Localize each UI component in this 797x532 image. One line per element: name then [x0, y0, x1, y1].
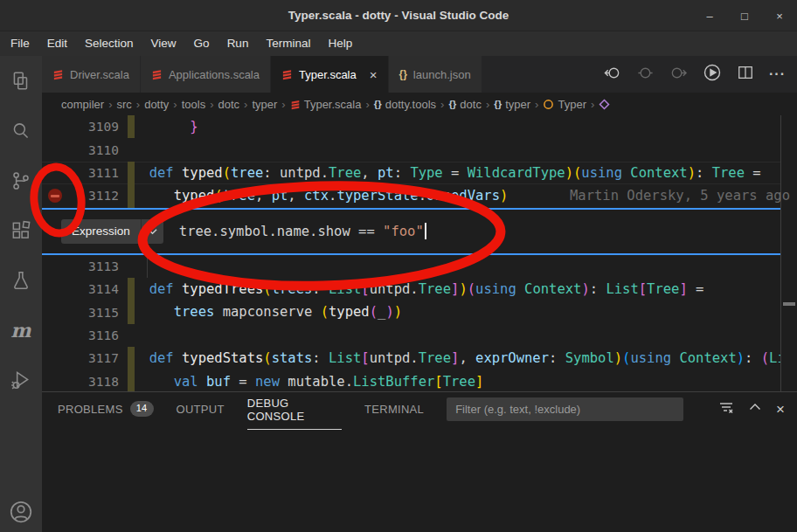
line-number: 3114 — [66, 282, 119, 296]
debug-console-body — [42, 425, 797, 532]
menu-item-selection[interactable]: Selection — [76, 31, 142, 56]
breakpoint-gutter[interactable] — [42, 255, 66, 278]
chevron-down-icon[interactable] — [141, 219, 163, 244]
breadcrumb-item[interactable]: tools — [182, 98, 205, 111]
breakpoint-gutter[interactable] — [42, 138, 66, 161]
tab-applications-scala[interactable]: Applications.scala — [141, 56, 271, 93]
split-editor-icon[interactable] — [737, 64, 754, 85]
text-cursor — [425, 223, 426, 239]
code-line-3113: 3113 — [42, 255, 797, 278]
breakpoint-gutter[interactable] — [42, 184, 66, 207]
menu-item-help[interactable]: Help — [319, 31, 361, 56]
expression-text: tree.symbol.name.show == — [179, 224, 383, 239]
breakpoint-gutter[interactable] — [42, 278, 66, 301]
panel-maximize-icon[interactable] — [748, 400, 762, 418]
breakpoint-icon[interactable] — [48, 189, 62, 203]
breadcrumb-item[interactable]: Typer — [543, 98, 586, 111]
breakpoint-gutter[interactable] — [42, 301, 66, 323]
code-text: } — [133, 115, 198, 138]
breadcrumb-separator: › — [239, 98, 252, 111]
breadcrumb-item[interactable]: {}typer — [494, 98, 530, 111]
breadcrumb-separator: › — [277, 98, 289, 111]
panel-actions: × — [718, 399, 785, 418]
breadcrumb-item[interactable]: src — [116, 98, 131, 111]
sidebar-item-run-and-debug[interactable] — [0, 355, 42, 404]
sidebar-item-extensions[interactable] — [0, 205, 42, 255]
title-bar: Typer.scala - dotty - Visual Studio Code… — [0, 0, 797, 31]
git-change-indicator — [128, 162, 135, 184]
metals-icon: m — [10, 319, 31, 342]
method-icon — [599, 99, 610, 110]
line-number: 3111 — [66, 166, 119, 180]
menu-item-run[interactable]: Run — [218, 31, 258, 56]
tab-typer-scala[interactable]: Typer.scala × — [271, 56, 389, 93]
breadcrumb-item[interactable] — [599, 99, 610, 110]
breadcrumb-item[interactable]: dotc — [218, 98, 240, 111]
sidebar-item-testing[interactable] — [0, 255, 42, 305]
breadcrumb-label: dotc — [218, 98, 240, 111]
tab-driver-scala[interactable]: Driver.scala — [42, 56, 141, 93]
sidebar-item-explorer[interactable] — [0, 56, 42, 106]
braces-icon: {} — [374, 99, 382, 109]
code-line-3110: 3110 — [42, 138, 797, 161]
breakpoint-gutter[interactable] — [42, 370, 66, 391]
breakpoint-gutter[interactable] — [42, 347, 66, 370]
code-line-3116: 3116 — [42, 324, 797, 347]
menu-item-terminal[interactable]: Terminal — [257, 31, 319, 56]
breadcrumb-item[interactable]: compiler — [61, 98, 104, 111]
nav-back-icon[interactable] — [603, 64, 621, 86]
panel-tab-debug-console[interactable]: DEBUG CONSOLE — [247, 389, 342, 430]
minimize-button[interactable]: – — [703, 10, 717, 23]
breakpoint-kind-dropdown[interactable]: Expression — [61, 219, 163, 244]
breadcrumb-item[interactable]: dotty — [144, 98, 169, 111]
beaker-icon — [10, 269, 32, 292]
maximize-button[interactable]: □ — [738, 10, 752, 23]
account-button[interactable] — [0, 499, 42, 532]
breakpoint-expression-input[interactable]: tree.symbol.name.show == "foo" — [179, 223, 426, 239]
git-change-indicator — [128, 347, 135, 370]
breadcrumb-label: dotc — [460, 98, 482, 111]
tab-launch-json[interactable]: {} launch.json — [389, 56, 482, 93]
sidebar-item-search[interactable] — [0, 106, 42, 155]
scala-icon — [290, 99, 301, 110]
panel-tab-problems[interactable]: PROBLEMS14 — [58, 395, 154, 423]
panel-close-icon[interactable]: × — [776, 402, 785, 417]
breadcrumb-item[interactable]: {}dotc — [448, 98, 482, 111]
sidebar-item-source-control[interactable] — [0, 155, 42, 205]
panel-tab-output[interactable]: OUTPUT — [177, 395, 225, 423]
menu-item-go[interactable]: Go — [185, 31, 218, 56]
tab-label: launch.json — [413, 68, 471, 81]
breakpoint-kind-label: Expression — [61, 225, 141, 238]
breadcrumb-separator: › — [482, 98, 494, 111]
breadcrumb-item[interactable]: Typer.scala — [290, 98, 362, 111]
more-actions-icon[interactable]: ··· — [769, 66, 786, 82]
code-text: def typedStats(stats: List[untpd.Tree], … — [133, 347, 786, 370]
breadcrumb-item[interactable]: typer — [252, 98, 277, 111]
nav-dot-icon[interactable] — [636, 64, 655, 86]
breadcrumb-separator: › — [586, 98, 599, 111]
menu-item-edit[interactable]: Edit — [38, 31, 76, 56]
breadcrumb: compiler›src›dotty›tools›dotc›typer›Type… — [42, 93, 797, 115]
breadcrumb-separator: › — [169, 98, 181, 111]
breakpoint-gutter[interactable] — [42, 162, 66, 184]
sidebar-item-metals[interactable]: m — [0, 305, 42, 355]
breadcrumb-label: dotty.tools — [385, 98, 436, 111]
problems-count-badge: 14 — [130, 401, 154, 416]
tab-close-icon[interactable]: × — [370, 68, 378, 81]
breadcrumb-item[interactable]: {}dotty.tools — [374, 98, 436, 111]
tab-label: Typer.scala — [299, 68, 357, 81]
breakpoint-gutter[interactable] — [42, 324, 66, 347]
menu-item-view[interactable]: View — [142, 31, 185, 56]
menu-item-file[interactable]: File — [2, 31, 38, 56]
close-button[interactable]: × — [773, 10, 787, 23]
nav-forward-icon[interactable] — [669, 64, 688, 86]
panel-tab-label: OUTPUT — [177, 395, 225, 423]
editor-scrollbar[interactable] — [780, 115, 797, 391]
panel-tab-terminal[interactable]: TERMINAL — [364, 395, 424, 423]
filter-icon[interactable] — [718, 399, 734, 418]
breakpoint-gutter[interactable] — [42, 115, 66, 138]
run-or-debug-icon[interactable] — [703, 63, 722, 86]
debug-console-filter-input[interactable] — [447, 397, 683, 421]
breakpoint-condition-widget: Expression tree.symbol.name.show == "foo… — [42, 208, 797, 255]
account-icon — [8, 499, 34, 525]
